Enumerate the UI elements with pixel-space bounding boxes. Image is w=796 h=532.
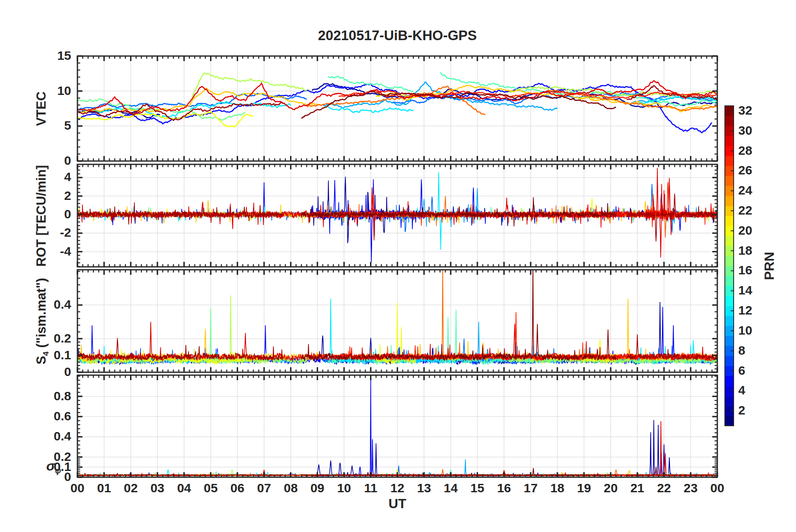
y-axis-label-rot: ROT [TECU/min] (34, 165, 49, 266)
colorbar-tick-label: 18 (738, 243, 776, 258)
colorbar-tick-label: 8 (738, 343, 776, 358)
y-tick-label: 15 (21, 49, 71, 63)
colorbar-tick-label: 2 (738, 403, 776, 417)
x-axis-label: UT (77, 496, 717, 512)
colorbar-tick-label: 30 (738, 123, 776, 138)
colorbar-tick-label: 6 (738, 363, 776, 378)
colorbar-tick-label: 24 (738, 183, 776, 197)
y-axis-label-vtec: VTEC (34, 91, 49, 126)
colorbar-tick-label: 22 (738, 203, 776, 217)
y-tick-label: 0 (21, 365, 71, 379)
y-axis-label-sigma: σφ (46, 458, 61, 474)
y-tick-label: 0.4 (21, 429, 71, 443)
colorbar-tick-label: 20 (738, 223, 776, 238)
colorbar-tick-label: 28 (738, 143, 776, 158)
colorbar-tick-label: 14 (738, 283, 776, 297)
colorbar-tick-label: 32 (738, 103, 776, 118)
y-tick-label: 0.6 (21, 409, 71, 423)
gps-scintillation-figure: 20210517-UiB-KHO-GPS UT PRN 000102030405… (0, 0, 796, 532)
chart-svg (0, 0, 796, 532)
colorbar-tick-label: 26 (738, 163, 776, 177)
colorbar-tick-label: 4 (738, 383, 776, 397)
colorbar-tick-label: 10 (738, 323, 776, 338)
y-axis-label-s4: S4 ("ism.mat") (34, 278, 49, 364)
colorbar-tick-label: 12 (738, 303, 776, 317)
colorbar (725, 106, 734, 426)
y-tick-label: 0.8 (21, 389, 71, 403)
colorbar-tick-label: 16 (738, 263, 776, 277)
x-tick-label: 00 (701, 481, 734, 495)
